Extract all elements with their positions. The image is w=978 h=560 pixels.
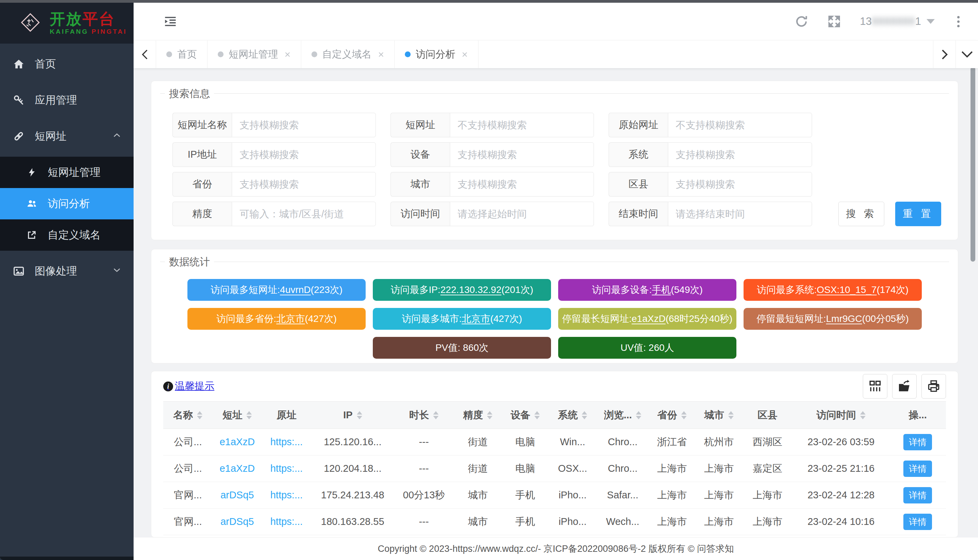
sidebar-item-custom-domain[interactable]: 自定义域名 (0, 219, 134, 251)
field-label: 区县 (609, 172, 668, 197)
vertical-scrollbar-thumb[interactable] (971, 67, 975, 262)
sort-icon[interactable] (246, 411, 252, 419)
tabs-scroll-right-button[interactable] (933, 40, 956, 68)
tabs-menu-button[interactable] (956, 40, 978, 68)
window-top-edge (0, 0, 978, 3)
tab-自定义域名[interactable]: 自定义域名× (301, 40, 395, 68)
stat-link[interactable]: 北京市 (276, 312, 305, 325)
sidebar-item-short-url[interactable]: 短网址 (0, 121, 134, 152)
field-input-区县[interactable] (668, 172, 812, 197)
close-icon[interactable]: × (462, 49, 468, 60)
column-header-系统[interactable]: 系统 (548, 402, 597, 429)
field-label: 访问时间 (391, 202, 450, 226)
field-input-原始网址[interactable] (668, 113, 812, 137)
users-icon (25, 197, 38, 210)
sort-icon[interactable] (534, 411, 540, 419)
field-input-短网址[interactable] (450, 113, 594, 137)
sidebar-item-image-process[interactable]: 图像处理 (0, 255, 134, 287)
reset-button[interactable]: 重 置 (895, 202, 941, 226)
search-panel: 搜索信息 短网址名称短网址原始网址IP地址设备系统省份城市区县精度访问时间结束时… (151, 81, 958, 240)
column-header-城市[interactable]: 城市 (696, 402, 743, 429)
search-button[interactable]: 搜 索 (838, 202, 884, 226)
column-header-设备[interactable]: 设备 (502, 402, 549, 429)
cell-link[interactable]: e1aXzD (219, 437, 255, 447)
stat-link[interactable]: 手机 (652, 283, 671, 297)
search-field-结束时间: 结束时间 (609, 202, 812, 226)
field-input-系统[interactable] (668, 142, 812, 167)
print-button[interactable] (921, 374, 946, 398)
close-icon[interactable]: × (378, 49, 384, 60)
stat-link[interactable]: Lmr9GC (826, 313, 862, 324)
detail-button[interactable]: 详情 (903, 514, 932, 530)
column-header-区县: 区县 (743, 402, 793, 429)
detail-button[interactable]: 详情 (903, 487, 932, 503)
stat-link[interactable]: 222.130.32.92 (440, 285, 501, 295)
column-header-访问时间[interactable]: 访问时间 (793, 402, 890, 429)
cell-link[interactable]: https:... (270, 490, 303, 500)
sort-icon[interactable] (681, 411, 687, 419)
more-menu-button[interactable] (954, 15, 963, 28)
column-header-时长[interactable]: 时长 (394, 402, 454, 429)
cell-link[interactable]: arDSq5 (220, 516, 254, 527)
sort-icon[interactable] (582, 411, 587, 419)
close-icon[interactable]: × (285, 49, 291, 60)
stat-link[interactable]: 4uvrnD (280, 285, 311, 295)
sort-icon[interactable] (636, 411, 641, 419)
column-header-名称[interactable]: 名称 (163, 402, 213, 429)
table-panel: i温馨提示 名称短址原址IP时长精度设备系统浏览...省份城市区县访问时间操..… (151, 371, 958, 538)
field-input-访问时间[interactable] (450, 202, 594, 226)
sort-icon[interactable] (197, 411, 202, 419)
fullscreen-icon[interactable] (828, 15, 841, 28)
tab-status-dot (405, 52, 411, 57)
stat-badge: 访问最多城市: 北京市(427次) (373, 308, 551, 330)
cell-link[interactable]: https:... (270, 437, 303, 447)
stat-link[interactable]: 北京市 (462, 312, 491, 325)
field-input-IP地址[interactable] (232, 142, 376, 167)
tab-访问分析[interactable]: 访问分析× (395, 40, 479, 68)
visits-table: 名称短址原址IP时长精度设备系统浏览...省份城市区县访问时间操... 公司..… (163, 401, 946, 535)
cell-link[interactable]: https:... (270, 463, 303, 474)
tab-label: 自定义域名 (322, 48, 372, 61)
cell-link[interactable]: arDSq5 (220, 490, 254, 500)
column-header-省份[interactable]: 省份 (649, 402, 696, 429)
detail-button[interactable]: 详情 (903, 434, 932, 450)
field-input-省份[interactable] (232, 172, 376, 197)
sort-icon[interactable] (357, 411, 362, 419)
stat-link[interactable]: e1aXzD (632, 313, 666, 324)
tabs-scroll-left-button[interactable] (134, 40, 156, 68)
field-input-设备[interactable] (450, 142, 594, 167)
column-header-IP[interactable]: IP (311, 402, 394, 429)
cell-link[interactable]: https:... (270, 516, 303, 527)
stat-link[interactable]: OSX:10_15_7 (817, 285, 877, 295)
cell-link[interactable]: e1aXzD (219, 463, 255, 474)
collapse-sidebar-button[interactable] (164, 16, 177, 27)
sidebar-item-home[interactable]: 首页 (0, 48, 134, 80)
refresh-icon[interactable] (794, 15, 808, 28)
sort-icon[interactable] (433, 411, 439, 419)
export-button[interactable] (892, 374, 917, 398)
sidebar-item-visit-analysis[interactable]: 访问分析 (0, 188, 134, 219)
tab-status-dot (218, 52, 224, 57)
sort-icon[interactable] (860, 411, 866, 419)
field-input-短网址名称[interactable] (232, 113, 376, 137)
column-header-短址[interactable]: 短址 (213, 402, 262, 429)
app-logo[interactable]: 开放平台 KAIFANG PINGTAI (0, 3, 134, 43)
field-input-城市[interactable] (450, 172, 594, 197)
field-input-结束时间[interactable] (668, 202, 812, 226)
stat-badge: 访问最多省份: 北京市(427次) (187, 308, 365, 330)
columns-button[interactable] (863, 374, 887, 398)
sort-icon[interactable] (487, 411, 492, 419)
column-header-浏览...[interactable]: 浏览... (597, 402, 649, 429)
search-field-短网址名称: 短网址名称 (172, 113, 376, 137)
sidebar-item-app-manage[interactable]: 应用管理 (0, 85, 134, 116)
tips-link[interactable]: i温馨提示 (163, 380, 214, 393)
user-menu[interactable]: 1388888881 (860, 15, 935, 28)
sort-icon[interactable] (728, 411, 734, 419)
search-field-短网址: 短网址 (391, 113, 594, 137)
field-input-精度[interactable] (232, 202, 376, 226)
column-header-精度[interactable]: 精度 (454, 402, 502, 429)
detail-button[interactable]: 详情 (903, 460, 932, 477)
tab-首页[interactable]: 首页 (156, 40, 207, 68)
tab-短网址管理[interactable]: 短网址管理× (207, 40, 301, 68)
sidebar-item-short-url-manage[interactable]: 短网址管理 (0, 157, 134, 188)
